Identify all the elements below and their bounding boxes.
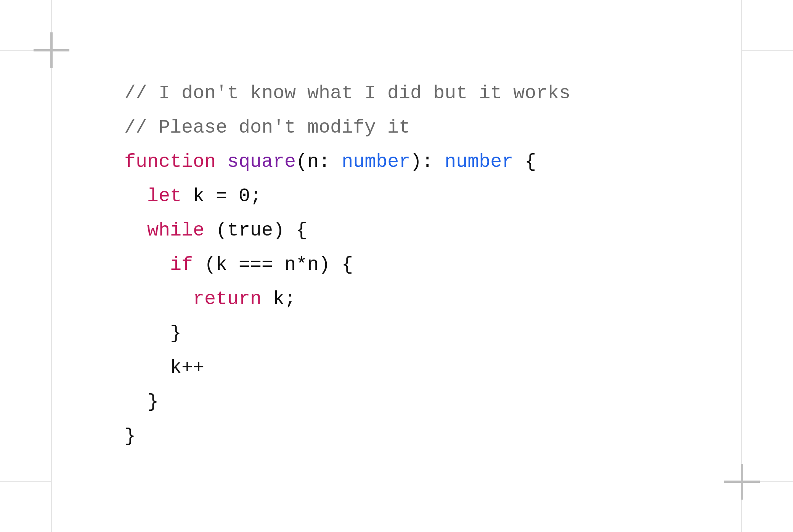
code-block: // I don't know what I did but it works … [124,76,570,453]
code-token: // Please don't modify it [124,117,410,138]
code-token: (n: [296,151,342,173]
code-token: while [147,220,204,241]
code-token: } [147,391,159,413]
code-token: { [513,151,536,173]
stage: // I don't know what I did but it works … [0,0,793,532]
code-card: // I don't know what I did but it works … [51,0,742,532]
code-token: // I don't know what I did but it works [124,82,570,104]
code-token: number [445,151,513,173]
code-token: k = 0; [181,185,262,207]
code-token: ): [410,151,445,173]
code-token: let [147,185,181,207]
code-token: (true) { [204,220,307,241]
code-token: } [170,322,181,344]
code-token: } [124,425,136,447]
code-token: function [124,151,216,173]
code-token [216,151,227,173]
code-token: (k === n*n) { [193,254,353,276]
code-token: if [170,254,193,276]
code-token: k++ [170,357,204,378]
code-token: square [227,151,296,173]
code-token: k; [262,288,296,310]
code-token: return [193,288,262,310]
code-token: number [342,151,410,173]
code-content: // I don't know what I did but it works … [124,82,570,447]
